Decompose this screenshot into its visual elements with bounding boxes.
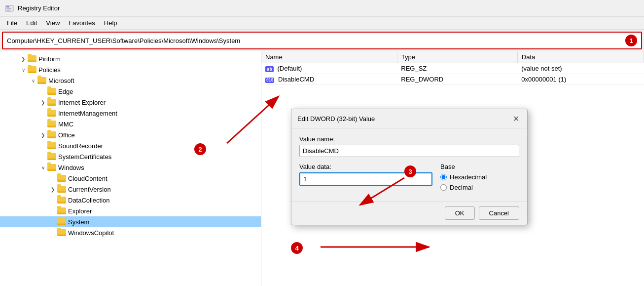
tree-item-soundrecorder[interactable]: SoundRecorder (0, 140, 261, 151)
row-disablecmd-name: 010 DisableCMD (261, 74, 397, 85)
svg-rect-2 (6, 8, 11, 9)
expand-windows[interactable]: ∨ (39, 164, 46, 171)
col-name: Name (261, 51, 397, 63)
folder-icon-windows (47, 164, 56, 171)
value-data-label: Value data: (299, 163, 432, 170)
tree-item-datacollection[interactable]: DataCollection (0, 195, 261, 205)
menu-edit[interactable]: Edit (22, 18, 41, 28)
tree-label-explorer: Explorer (68, 207, 92, 215)
menu-help[interactable]: Help (100, 18, 121, 28)
tree-item-policies[interactable]: ∨ Policies (0, 64, 261, 75)
tree-label-microsoft: Microsoft (48, 77, 74, 84)
tree-item-microsoft[interactable]: ∨ Microsoft (0, 75, 261, 86)
edit-dword-modal[interactable]: Edit DWORD (32-bit) Value ✕ Value name: … (291, 109, 528, 225)
tree-label-piriform: Piriform (38, 55, 61, 63)
expand-office[interactable]: ❯ (39, 131, 46, 138)
tree-item-office[interactable]: ❯ Office (0, 129, 261, 140)
val-icon-ab-default: ab (265, 66, 274, 72)
ok-button[interactable]: OK (445, 206, 475, 220)
svg-rect-3 (6, 10, 10, 11)
step-badge-1: 1 (625, 35, 637, 46)
folder-icon-datacollection (57, 197, 66, 204)
table-row[interactable]: 010 DisableCMD REG_DWORD 0x00000001 (1) (261, 74, 644, 85)
expand-ie[interactable]: ❯ (39, 99, 46, 106)
tree-label-windowscopilot: WindowsCopilot (68, 229, 114, 237)
tree-item-internetmanagement[interactable]: InternetManagement (0, 108, 261, 119)
modal-close-button[interactable]: ✕ (510, 113, 521, 124)
folder-icon-systemcerts (47, 153, 56, 160)
modal-title: Edit DWORD (32-bit) Value (297, 115, 375, 123)
radio-decimal[interactable] (440, 184, 447, 191)
folder-icon-edge (47, 88, 56, 95)
row-disablecmd-data: 0x00000001 (1) (517, 74, 644, 85)
row-default-data: (value not set) (517, 63, 644, 74)
col-type: Type (397, 51, 517, 63)
tree-label-cloudcontent: CloudContent (68, 175, 107, 182)
radio-hexadecimal-label: Hexadecimal (450, 173, 487, 181)
row-default-name: ab (Default) (261, 63, 397, 74)
tree-item-cloudcontent[interactable]: CloudContent (0, 173, 261, 184)
tree-item-currentversion[interactable]: ❯ CurrentVersion (0, 184, 261, 195)
tree-item-mmc[interactable]: MMC (0, 119, 261, 129)
modal-body: Value name: Value data: Base Hexadecimal… (291, 128, 527, 201)
tree-item-windowscopilot[interactable]: WindowsCopilot (0, 227, 261, 238)
address-bar[interactable]: 1 (2, 32, 642, 49)
value-name-input[interactable] (299, 145, 519, 157)
expand-currentversion[interactable]: ❯ (49, 186, 56, 193)
folder-icon-windowscopilot (57, 229, 66, 236)
app-title: Registry Editor (18, 4, 60, 12)
menu-file[interactable]: File (3, 18, 21, 28)
tree-item-piriform[interactable]: ❯ Piriform (0, 53, 261, 64)
tree-item-explorer[interactable]: Explorer (0, 205, 261, 216)
folder-icon-internetmgmt (47, 110, 56, 117)
expand-piriform[interactable]: ❯ (20, 55, 27, 62)
modal-footer: OK Cancel (291, 201, 527, 225)
cancel-button[interactable]: Cancel (479, 206, 519, 220)
value-data-section: Value data: (299, 163, 432, 186)
radio-hexadecimal-row: Hexadecimal (440, 173, 519, 181)
menu-favorites[interactable]: Favorites (65, 18, 99, 28)
row-default-type: REG_SZ (397, 63, 517, 74)
tree-item-system[interactable]: System (0, 216, 261, 227)
folder-icon-system (57, 218, 66, 225)
col-data: Data (517, 51, 644, 63)
tree-label-ie: Internet Explorer (58, 99, 106, 106)
folder-icon-mmc (47, 121, 56, 127)
tree-item-edge[interactable]: Edge (0, 86, 261, 97)
base-label: Base (440, 163, 519, 170)
tree-label-policies: Policies (38, 66, 61, 74)
folder-icon-office (47, 131, 56, 138)
tree-label-internetmgmt: InternetManagement (58, 110, 117, 117)
folder-icon-cloudcontent (57, 175, 66, 182)
table-row[interactable]: ab (Default) REG_SZ (value not set) (261, 63, 644, 74)
address-input[interactable] (7, 37, 625, 44)
value-data-input[interactable] (299, 172, 432, 186)
folder-icon-currentversion (57, 186, 66, 193)
menu-bar: File Edit View Favorites Help (0, 17, 644, 30)
modal-data-row: Value data: Base Hexadecimal Decimal (299, 163, 519, 194)
value-name-label: Value name: (299, 135, 519, 143)
tree-label-system: System (68, 218, 89, 226)
menu-view[interactable]: View (42, 18, 64, 28)
tree-item-systemcerts[interactable]: SystemCertificates (0, 151, 261, 162)
radio-hexadecimal[interactable] (440, 174, 447, 180)
folder-icon-ie (47, 99, 56, 106)
tree-item-ie[interactable]: ❯ Internet Explorer (0, 97, 261, 108)
folder-icon-piriform (28, 55, 36, 62)
svg-rect-1 (6, 6, 9, 7)
registry-table: Name Type Data ab (Default) REG_SZ (valu… (261, 51, 644, 85)
tree-label-systemcerts: SystemCertificates (58, 153, 111, 161)
tree-label-office: Office (58, 131, 75, 139)
folder-icon-soundrecorder (47, 142, 56, 149)
tree-label-mmc: MMC (58, 121, 73, 128)
tree-label-datacollection: DataCollection (68, 197, 110, 204)
title-bar: Registry Editor (0, 0, 644, 17)
expand-microsoft[interactable]: ∨ (30, 77, 36, 84)
expand-policies[interactable]: ∨ (20, 66, 27, 73)
tree-panel[interactable]: ❯ Piriform ∨ Policies ∨ Microsoft Edge ❯… (0, 51, 261, 286)
modal-titlebar: Edit DWORD (32-bit) Value ✕ (291, 109, 527, 128)
tree-item-windows[interactable]: ∨ Windows (0, 162, 261, 173)
tree-label-windows: Windows (58, 164, 84, 171)
val-icon-dword-disable: 010 (265, 78, 274, 83)
radio-decimal-row: Decimal (440, 184, 519, 191)
